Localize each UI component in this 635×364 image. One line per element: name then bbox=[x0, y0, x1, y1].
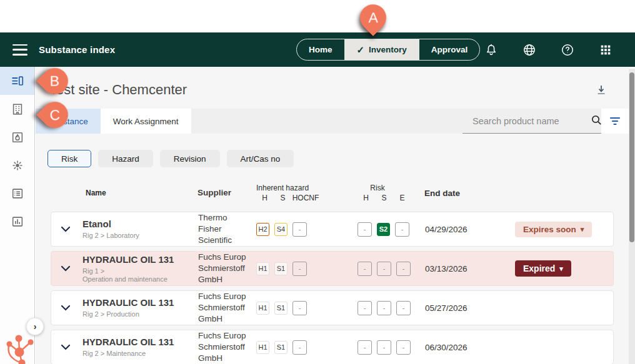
annotation-pin-b-label: B bbox=[50, 73, 59, 90]
hazard-chip: - bbox=[292, 301, 307, 315]
badge-cell: Expires soon▾ bbox=[510, 222, 613, 237]
tab-bar: Substance Work Assignment bbox=[36, 109, 629, 134]
search-field bbox=[462, 109, 601, 134]
flame-box-icon bbox=[11, 130, 24, 144]
risk-chip: - bbox=[358, 301, 372, 315]
nav-tab-approval[interactable]: Approval bbox=[419, 39, 480, 60]
sidebar-item-register[interactable] bbox=[0, 179, 34, 207]
column-risk-h: H bbox=[357, 194, 375, 202]
inherent-hazard-chips: H1S1- bbox=[254, 340, 355, 355]
column-hazard-s: S bbox=[274, 194, 292, 202]
badge-cell: Expired▾ bbox=[510, 260, 613, 277]
status-badge-label: Expires soon bbox=[523, 225, 576, 234]
tab-work-assignment[interactable]: Work Assignment bbox=[101, 109, 191, 134]
filter-button[interactable] bbox=[601, 109, 629, 134]
hazard-chip: H1 bbox=[256, 262, 269, 275]
caret-down-icon: ▾ bbox=[581, 226, 584, 233]
substance-location: Rig 2 > Maintenance bbox=[82, 350, 196, 358]
table-body: Etanol Rig 2 > Laboratory Thermo Fisher … bbox=[51, 212, 614, 364]
substance-location: Rig 1 > Operation and maintenance bbox=[82, 267, 196, 283]
column-supplier: Supplier bbox=[198, 188, 231, 197]
status-badge[interactable]: Expires soon▾ bbox=[515, 222, 592, 237]
expand-row-icon[interactable] bbox=[61, 265, 71, 272]
sidebar-item-hazardous-substance[interactable] bbox=[0, 123, 34, 151]
inherent-hazard-chips: H1S1- bbox=[254, 301, 355, 315]
search-input[interactable] bbox=[462, 116, 589, 126]
risk-chip: - bbox=[377, 262, 391, 276]
nav-tab-approval-label: Approval bbox=[431, 45, 468, 54]
substance-location: Rig 2 > Production bbox=[82, 310, 196, 318]
sidebar-item-company[interactable] bbox=[0, 95, 34, 123]
expand-row-icon[interactable] bbox=[61, 344, 71, 350]
substance-index-icon bbox=[11, 74, 24, 88]
building-icon bbox=[11, 102, 24, 116]
table-row[interactable]: HYDRAULIC OIL 131 Rig 1 > Operation and … bbox=[51, 251, 614, 286]
menu-icon[interactable] bbox=[12, 44, 28, 56]
nav-tab-inventory[interactable]: ✓ Inventory bbox=[344, 39, 419, 60]
filter-chip-artcas[interactable]: Art/Cas no bbox=[227, 150, 294, 167]
nav-tab-home[interactable]: Home bbox=[297, 39, 344, 60]
tab-work-assignment-label: Work Assignment bbox=[113, 117, 179, 126]
hazard-chip: S1 bbox=[274, 302, 288, 315]
radiation-sun-icon bbox=[11, 159, 24, 172]
expand-row-icon[interactable] bbox=[61, 305, 71, 311]
risk-chip: - bbox=[358, 222, 372, 237]
risk-chip: - bbox=[396, 262, 411, 276]
inherent-hazard-chips: H1S1- bbox=[254, 262, 355, 276]
filter-icon bbox=[609, 116, 621, 126]
supplier-name: Fuchs Europ Schmierstoff GmbH bbox=[196, 291, 254, 325]
app-header: Substance index Home ✓ Inventory Approva… bbox=[0, 32, 635, 67]
inherent-hazard-chips: H2S4- bbox=[254, 222, 355, 237]
end-date: 03/13/2026 bbox=[422, 264, 510, 273]
column-name: Name bbox=[86, 189, 106, 197]
supplier-name: Fuchs Europ Schmierstoff GmbH bbox=[196, 330, 254, 364]
check-icon: ✓ bbox=[357, 44, 365, 56]
substance-name: Etanol bbox=[82, 219, 196, 229]
table-row[interactable]: HYDRAULIC OIL 131 Rig 2 > Maintenance Fu… bbox=[51, 330, 614, 364]
annotation-pin-c: C bbox=[42, 102, 68, 128]
nav-tab-home-label: Home bbox=[309, 45, 332, 54]
filter-chip-risk[interactable]: Risk bbox=[48, 150, 91, 167]
notifications-bell-icon[interactable] bbox=[484, 43, 498, 57]
filter-chip-row: Risk Hazard Revision Art/Cas no bbox=[48, 150, 629, 167]
main-nav: Home ✓ Inventory Approval bbox=[296, 39, 480, 61]
hazard-chip: H1 bbox=[256, 302, 269, 315]
hazard-chip: - bbox=[292, 262, 307, 276]
risk-chip: - bbox=[396, 340, 411, 355]
apps-grid-icon[interactable] bbox=[599, 43, 612, 57]
sidebar-item-radiation[interactable] bbox=[0, 151, 34, 179]
status-badge[interactable]: Expired▾ bbox=[515, 260, 571, 277]
hazard-chip: S1 bbox=[274, 341, 288, 354]
register-list-icon bbox=[11, 187, 24, 200]
caret-down-icon: ▾ bbox=[559, 265, 563, 272]
risk-chips: --- bbox=[355, 340, 422, 355]
status-badge-label: Expired bbox=[523, 263, 555, 273]
molecule-logo-icon bbox=[1, 333, 38, 364]
hazard-chip: H1 bbox=[256, 341, 269, 354]
main-content: Test site - Chemcenter Substance Work As… bbox=[36, 67, 629, 364]
column-hazard-h: H bbox=[256, 194, 274, 202]
sidebar-item-statistics[interactable] bbox=[0, 207, 34, 235]
help-icon[interactable] bbox=[561, 43, 574, 57]
language-globe-icon[interactable] bbox=[522, 43, 536, 57]
column-end-date: End date bbox=[424, 189, 460, 198]
sidebar-expand-button[interactable]: › bbox=[26, 318, 44, 335]
annotation-pin-a: A bbox=[360, 4, 386, 31]
tab-filler bbox=[191, 109, 462, 134]
expand-row-icon[interactable] bbox=[61, 226, 71, 232]
filter-chip-revision[interactable]: Revision bbox=[160, 150, 220, 167]
hazard-chip: - bbox=[292, 222, 307, 237]
filter-chip-hazard[interactable]: Hazard bbox=[98, 150, 153, 167]
table-row[interactable]: Etanol Rig 2 > Laboratory Thermo Fisher … bbox=[51, 212, 614, 247]
column-hazard-hocnf: HOCNF bbox=[292, 194, 319, 202]
risk-chip: - bbox=[377, 340, 391, 355]
download-icon[interactable] bbox=[595, 84, 608, 96]
scrollbar-thumb[interactable] bbox=[629, 72, 634, 242]
app-title: Substance index bbox=[39, 44, 115, 55]
table-header: Name Supplier Inherent hazard H S HOCNF … bbox=[51, 179, 614, 207]
risk-chips: --- bbox=[355, 301, 422, 315]
table-row[interactable]: HYDRAULIC OIL 131 Rig 2 > Production Fuc… bbox=[51, 290, 614, 325]
scrollbar-track bbox=[629, 69, 635, 364]
risk-chips: --- bbox=[355, 262, 422, 276]
sidebar-item-substance-index[interactable] bbox=[0, 67, 34, 95]
